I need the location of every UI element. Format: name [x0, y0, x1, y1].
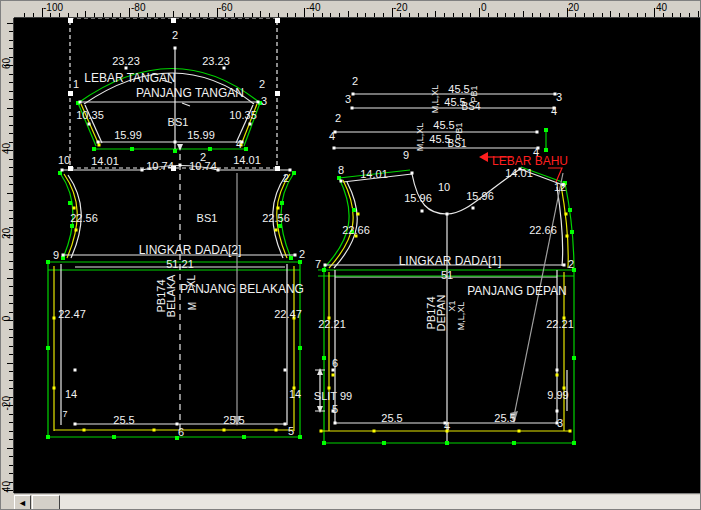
ruler-tick — [663, 13, 664, 17]
selection-handle[interactable] — [68, 18, 73, 23]
dim-label: 2 — [299, 248, 305, 260]
dim-label: 2 — [568, 258, 574, 270]
dim-label: 22.66 — [342, 224, 370, 236]
pattern-point — [322, 268, 326, 272]
pattern-point — [173, 149, 177, 153]
ruler-tick — [7, 108, 13, 109]
pattern-point — [352, 93, 355, 96]
ruler-tick — [182, 13, 183, 17]
sleeve-cap-dim-right: 23.23 — [202, 55, 230, 67]
ruler-tick — [278, 13, 279, 17]
selection-handle[interactable] — [275, 91, 280, 96]
pattern-point — [153, 429, 156, 432]
ruler-tick — [470, 13, 471, 17]
selection-handle[interactable] — [171, 18, 176, 23]
sleeve-point-4: 4 — [236, 138, 242, 150]
horizontal-scrollbar[interactable]: ◄ — [14, 493, 701, 510]
ruler-tick — [225, 13, 226, 17]
ruler-tick — [348, 11, 349, 17]
pattern-point — [572, 441, 576, 445]
pattern-point — [292, 171, 296, 175]
pattern-point — [570, 230, 574, 234]
top-ruler: -100-80-60-40-2002040 — [1, 1, 701, 18]
selection-handle[interactable] — [275, 18, 280, 23]
ruler-tick — [549, 13, 550, 17]
pattern-point — [278, 224, 282, 228]
pattern-point — [411, 172, 414, 175]
shoulder-width-label: LEBAR BAHU — [492, 154, 568, 168]
ruler-tick — [680, 13, 681, 17]
pattern-point — [472, 207, 475, 210]
ruler-tick — [7, 193, 13, 194]
ruler-tick — [155, 13, 156, 17]
dim-label: 15.96 — [466, 190, 494, 202]
ruler-tick — [418, 13, 419, 17]
pattern-point — [334, 422, 337, 425]
pattern-point — [83, 429, 86, 432]
ruler-tick — [94, 13, 95, 17]
selection-handle[interactable] — [68, 166, 73, 171]
pattern-point — [79, 101, 82, 104]
selection-handle[interactable] — [68, 91, 73, 96]
ruler-corner — [1, 1, 14, 18]
pattern-point — [544, 128, 548, 132]
ruler-label: -20 — [393, 2, 407, 13]
ruler-label: 0 — [481, 2, 487, 13]
pattern-point — [556, 410, 559, 413]
ruler-tick — [59, 13, 60, 17]
ruler-tick — [9, 295, 13, 296]
dim-label: DEPAN — [435, 294, 447, 331]
pattern-canvas[interactable]: 223.2323.23LEBAR TANGANPANJANG TANGAN123… — [14, 18, 701, 493]
pattern-point — [88, 123, 91, 126]
pattern-point — [141, 169, 144, 172]
pattern-point — [112, 435, 116, 439]
scrollbar-thumb[interactable] — [32, 495, 60, 510]
pattern-point — [98, 144, 101, 147]
ruler-tick — [9, 159, 13, 160]
ruler-tick — [339, 13, 340, 17]
ruler-tick — [9, 380, 13, 381]
dim-label: 25.5 — [494, 412, 515, 424]
ruler-tick — [488, 13, 489, 17]
front-length-label: PANJANG DEPAN — [467, 284, 567, 298]
pattern-point — [556, 369, 559, 372]
pattern-point — [512, 441, 516, 445]
ruler-tick — [654, 8, 655, 17]
pattern-point — [566, 235, 569, 238]
ruler-tick — [9, 48, 13, 49]
pattern-point — [373, 430, 376, 433]
ruler-label: -80 — [131, 2, 145, 13]
ruler-tick — [7, 23, 13, 24]
ruler-tick — [138, 13, 139, 17]
ruler-tick — [9, 388, 13, 389]
ruler-tick — [313, 13, 314, 17]
ruler-label: -100 — [43, 2, 63, 13]
dim-label: BELAKA — [165, 274, 177, 317]
selection-handle[interactable] — [275, 166, 280, 171]
dim-label: 3 — [556, 91, 562, 103]
dim-label: 3 — [345, 93, 351, 105]
dim-label: 8 — [338, 164, 344, 176]
pattern-point — [53, 387, 56, 390]
scrollbar-track[interactable] — [60, 495, 701, 510]
pattern-point — [289, 256, 293, 260]
back-length-label: PANJANG BELAKANG — [180, 282, 304, 296]
ruler-tick — [540, 13, 541, 17]
pattern-point — [61, 256, 65, 260]
pattern-point — [284, 423, 287, 426]
sleeve-underarm-left: 10.35 — [76, 109, 104, 121]
pattern-point — [332, 374, 335, 377]
ruler-label: -20 — [1, 397, 12, 411]
scroll-left-button[interactable]: ◄ — [14, 495, 31, 510]
ruler-tick — [9, 329, 13, 330]
dim-label: 4 — [329, 130, 335, 142]
dim-label: 12 — [554, 181, 566, 193]
dim-label: M,L,XL — [430, 85, 440, 114]
pattern-point — [74, 423, 77, 426]
pattern-point — [568, 208, 572, 212]
dim-label: 2 — [335, 112, 341, 124]
pattern-point — [565, 213, 568, 216]
pattern-point — [75, 229, 78, 232]
pattern-point — [298, 435, 302, 439]
sleeve-cap-dim-left: 23.23 — [112, 55, 140, 67]
